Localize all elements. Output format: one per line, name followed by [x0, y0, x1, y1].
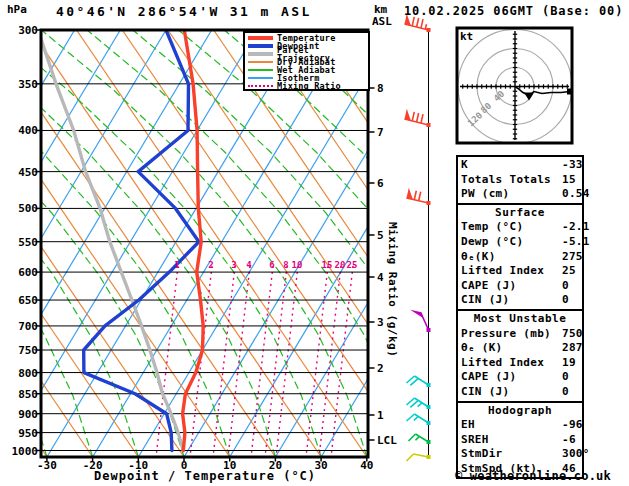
table-row: CIN (J)0 — [461, 293, 579, 308]
temperature-axis-label: Dewpoint / Temperature (°C) — [94, 469, 316, 483]
pressure-tick-label: 450 — [18, 166, 38, 179]
table-row-value: -6 — [562, 433, 576, 448]
table-row-value: 300° — [562, 447, 590, 462]
pressure-tick-label: 900 — [18, 408, 38, 421]
mixing-ratio-label: 15 — [322, 260, 333, 270]
wet-adiabat-line — [0, 30, 93, 457]
table-row-value: 0 — [562, 385, 569, 400]
legend-item-label: Mixing Ratio — [277, 82, 341, 90]
table-row: CAPE (J)0 — [461, 279, 579, 294]
wind-level-dot — [427, 201, 431, 205]
mixing-ratio-axis-label: Mixing Ratio (g/kg) — [386, 222, 399, 357]
wind-level-dot — [427, 383, 431, 387]
legend-line-sample — [248, 69, 273, 71]
pressure-tick-label: 700 — [18, 320, 38, 333]
table-section-title: Hodograph — [461, 404, 579, 419]
table-row: Dewp (°C)-5.1 — [461, 235, 579, 250]
table-row-label: CIN (J) — [461, 293, 509, 306]
table-row-value: 287 — [562, 341, 583, 356]
table-row-value: 0 — [562, 293, 569, 308]
km-tick-label: 1 — [377, 409, 384, 422]
mixing-ratio-line — [251, 266, 273, 457]
pressure-unit-label: hPa — [7, 3, 27, 16]
dry-adiabat-line — [0, 30, 93, 457]
legend-line-sample — [248, 36, 273, 40]
table-row-label: StmDir — [461, 447, 503, 460]
legend-line-sample — [248, 44, 273, 48]
km-tick-label: 3 — [377, 316, 384, 329]
credit-label: © weatheronline.co.uk — [455, 469, 611, 483]
table-row-label: CIN (J) — [461, 385, 509, 398]
pressure-tick-label: 400 — [18, 124, 38, 137]
table-row: Totals Totals15 — [461, 173, 579, 188]
legend-item: Mixing Ratio — [248, 82, 366, 90]
mixing-ratio-label: 4 — [246, 260, 252, 270]
table-row-value: 0.54 — [562, 187, 590, 202]
table-row: SREH-6 — [461, 433, 579, 448]
plot-border — [41, 30, 368, 457]
table-row: Lifted Index25 — [461, 264, 579, 279]
pressure-tick-label: 650 — [18, 294, 38, 307]
chart-legend: TemperatureDewpointParcel TrajectoryDry … — [243, 31, 370, 91]
mixing-ratio-label: 6 — [269, 260, 274, 270]
table-row: PW (cm)0.54 — [461, 187, 579, 202]
mixing-ratio-label: 25 — [347, 260, 358, 270]
wind-barb — [407, 454, 431, 461]
table-row-label: Temp (°C) — [461, 220, 523, 233]
mixing-ratio-label: 3 — [231, 260, 236, 270]
wind-barb — [407, 188, 431, 205]
mixing-ratio-label: 20 — [335, 260, 346, 270]
temperature-curve — [183, 30, 204, 451]
table-row-value: -33 — [562, 158, 583, 173]
table-row-label: Lifted Index — [461, 356, 544, 369]
wet-adiabat-line — [133, 30, 459, 457]
table-row: CAPE (J)0 — [461, 370, 579, 385]
table-row-value: 19 — [562, 356, 576, 371]
skewt-sounding-app: 3003504004505005506006507007508008509009… — [0, 0, 629, 486]
wind-barb — [407, 398, 431, 409]
table-row: CIN (J)0 — [461, 385, 579, 400]
wind-barb — [407, 414, 431, 425]
wind-level-dot — [427, 405, 431, 409]
km-tick-label: 5 — [377, 229, 384, 242]
legend-line-sample — [248, 85, 273, 87]
table-section: HodographEH-96SREH-6StmDir300°StmSpd (kt… — [456, 401, 584, 480]
station-title: 40°46'N 286°54'W 31 m ASL — [56, 4, 312, 19]
hodograph-unit-label: kt — [460, 30, 473, 43]
hodograph: 4080120 — [457, 28, 573, 144]
km-tick-label: 2 — [377, 362, 384, 375]
table-row: Pressure (mb)750 — [461, 327, 579, 342]
table-row-label: Pressure (mb) — [461, 327, 551, 340]
table-row-label: CAPE (J) — [461, 279, 516, 292]
wind-barb — [407, 376, 431, 387]
altitude-unit-asl: ASL — [372, 15, 392, 28]
table-row: θₑ (K)287 — [461, 341, 579, 356]
wind-level-dot — [427, 421, 431, 425]
table-row-label: CAPE (J) — [461, 370, 516, 383]
km-tick-label: 8 — [377, 82, 384, 95]
table-row-value: 0 — [562, 279, 569, 294]
table-row: Temp (°C)-2.1 — [461, 220, 579, 235]
temperature-tick-label: 40 — [360, 459, 373, 472]
table-row-label: Totals Totals — [461, 173, 551, 186]
pressure-tick-label: 350 — [18, 78, 38, 91]
pressure-tick-label: 750 — [18, 344, 38, 357]
table-row-value: -96 — [562, 418, 583, 433]
table-section: K-33Totals Totals15PW (cm)0.54 — [456, 155, 584, 205]
temperature-tick-label: 30 — [314, 459, 327, 472]
table-row: EH-96 — [461, 418, 579, 433]
table-row-value: -2.1 — [562, 220, 590, 235]
parcel-trajectory-curve — [38, 30, 183, 451]
mixing-ratio-label: 1 — [174, 260, 179, 270]
wind-barb — [405, 109, 431, 127]
sounding-indices-table: K-33Totals Totals15PW (cm)0.54SurfaceTem… — [456, 155, 584, 479]
datetime-label: 10.02.2025 06GMT (Base: 00) — [404, 4, 623, 18]
pressure-tick-label: 300 — [18, 24, 38, 37]
table-section-title: Surface — [461, 206, 579, 221]
legend-line-sample — [248, 61, 273, 63]
temperature-tick-label: -30 — [37, 459, 57, 472]
table-row-value: 750 — [562, 327, 583, 342]
table-row-value: -5.1 — [562, 235, 590, 250]
table-row-label: Lifted Index — [461, 264, 544, 277]
wind-level-dot — [427, 123, 431, 127]
